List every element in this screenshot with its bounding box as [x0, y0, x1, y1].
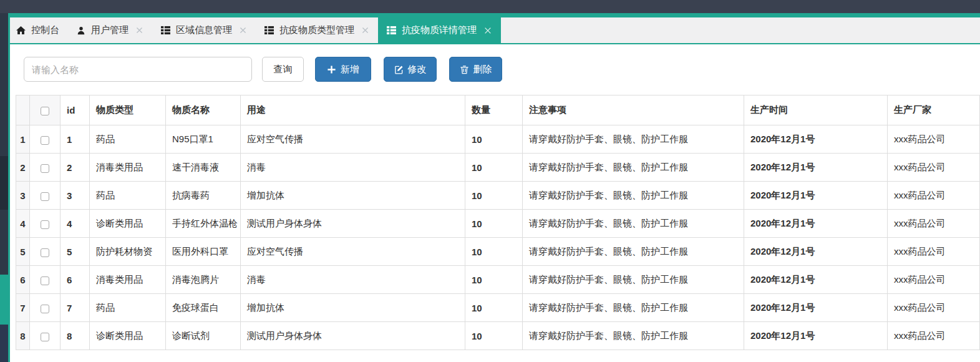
cell-usage: 测试用户身体身体 [241, 322, 465, 350]
cell-name: 速干消毒液 [166, 154, 241, 182]
header-qty: 数量 [465, 95, 523, 125]
header-time: 生产时间 [744, 95, 888, 125]
cell-type: 防护耗材物资 [90, 238, 166, 266]
close-icon[interactable] [239, 26, 247, 34]
close-icon[interactable] [135, 26, 143, 34]
cell-type: 诊断类用品 [90, 210, 166, 238]
cell-note: 请穿戴好防护手套、眼镜、防护工作服 [523, 154, 744, 182]
cell-type: 药品 [90, 294, 166, 322]
header-id: id [61, 95, 90, 125]
cell-id: 6 [61, 266, 90, 294]
cell-id: 1 [61, 125, 90, 154]
user-icon [77, 26, 85, 35]
cell-note: 请穿戴好防护手套、眼镜、防护工作服 [523, 266, 744, 294]
cell-time: 2020年12月1号 [744, 154, 888, 182]
close-icon[interactable] [361, 26, 369, 34]
cell-usage: 测试用户身体身体 [241, 210, 465, 238]
tab-material-type-management[interactable]: 抗疫物质类型管理 [256, 17, 378, 43]
header-rownum [16, 95, 30, 125]
cell-rownum: 2 [16, 154, 30, 182]
cell-id: 5 [61, 238, 90, 266]
row-checkbox[interactable] [41, 305, 49, 313]
close-icon[interactable] [483, 26, 492, 35]
cell-rownum: 8 [16, 322, 30, 350]
table-header-row: id 物质类型 物质名称 用途 数量 注意事项 生产时间 生产厂家 [16, 95, 980, 125]
tab-label: 抗疫物质类型管理 [279, 24, 354, 36]
cell-time: 2020年12月1号 [744, 210, 888, 238]
header-note: 注意事项 [523, 95, 744, 125]
cell-maker: xxx药品公司 [888, 322, 980, 350]
query-button[interactable]: 查询 [262, 57, 304, 82]
cell-name: 手持红外体温枪 [166, 210, 241, 238]
trash-icon [460, 65, 469, 74]
cell-qty: 10 [465, 294, 523, 322]
cell-rownum: 7 [16, 294, 30, 322]
sidebar-segment [0, 156, 8, 210]
row-checkbox-cell [30, 182, 61, 210]
row-checkbox[interactable] [41, 276, 49, 285]
row-checkbox[interactable] [41, 333, 49, 341]
edit-button-label: 修改 [408, 64, 427, 76]
tab-label: 控制台 [31, 24, 59, 36]
cell-usage: 应对空气传播 [241, 125, 465, 154]
tab-console[interactable]: 控制台 [7, 17, 68, 43]
data-table-container: id 物质类型 物质名称 用途 数量 注意事项 生产时间 生产厂家 11药品N9… [16, 95, 980, 362]
cell-usage: 消毒 [241, 266, 465, 294]
header-name: 物质名称 [166, 95, 241, 125]
cell-note: 请穿戴好防护手套、眼镜、防护工作服 [523, 238, 744, 266]
edit-button[interactable]: 修改 [384, 57, 437, 82]
row-checkbox-cell [30, 294, 61, 322]
delete-button[interactable]: 删除 [449, 57, 502, 82]
data-table: id 物质类型 物质名称 用途 数量 注意事项 生产时间 生产厂家 11药品N9… [16, 95, 980, 362]
row-checkbox[interactable] [41, 248, 49, 257]
cell-usage: 应对空气传播 [241, 238, 465, 266]
cell-time: 2020年12月1号 [744, 294, 888, 322]
sidebar-active-segment [0, 275, 8, 325]
row-checkbox-cell [30, 238, 61, 266]
sidebar-sliver [0, 13, 8, 362]
tab-region-info-management[interactable]: 区域信息管理 [152, 17, 256, 43]
row-checkbox-cell [30, 266, 61, 294]
cell-usage: 增加抗体 [241, 182, 465, 210]
row-checkbox[interactable] [41, 136, 49, 145]
tab-material-detail-management[interactable]: 抗疫物质详情管理 [378, 17, 501, 43]
add-button-label: 新增 [341, 64, 359, 76]
sidebar-segment [0, 325, 8, 362]
cell-qty: 10 [465, 182, 523, 210]
cell-time: 2020年12月1号 [744, 182, 888, 210]
cell-maker: xxx药品公司 [888, 154, 980, 182]
row-checkbox-cell [30, 154, 61, 182]
cell-maker: xxx药品公司 [888, 210, 980, 238]
cell-note: 请穿戴好防护手套、眼镜、防护工作服 [523, 210, 744, 238]
row-checkbox[interactable] [41, 220, 49, 229]
cell-maker: xxx药品公司 [888, 125, 980, 154]
cell-type: 诊断类用品 [90, 322, 166, 350]
cell-id: 2 [61, 154, 90, 182]
cell-qty: 10 [465, 125, 523, 154]
cell-note: 请穿戴好防护手套、眼镜、防护工作服 [523, 294, 744, 322]
cell-rownum: 5 [16, 238, 30, 266]
cell-qty: 10 [465, 154, 523, 182]
search-input[interactable] [24, 57, 252, 82]
cell-rownum: 6 [16, 266, 30, 294]
cell-rownum: 4 [16, 210, 30, 238]
cell-id: 7 [61, 294, 90, 322]
tab-user-management[interactable]: 用户管理 [68, 17, 152, 43]
tab-label: 用户管理 [91, 24, 129, 36]
cell-time: 2020年12月1号 [744, 322, 888, 350]
row-checkbox[interactable] [41, 164, 49, 173]
header-type: 物质类型 [90, 95, 166, 125]
cell-type: 消毒类用品 [90, 266, 166, 294]
row-checkbox[interactable] [41, 192, 49, 201]
edit-icon [394, 65, 404, 74]
cell-qty: 10 [465, 266, 523, 294]
cell-maker: xxx药品公司 [888, 266, 980, 294]
add-button[interactable]: 新增 [315, 57, 371, 82]
table-row: 22消毒类用品速干消毒液消毒10请穿戴好防护手套、眼镜、防护工作服2020年12… [16, 154, 980, 182]
header-maker: 生产厂家 [888, 95, 980, 125]
cell-type: 药品 [90, 125, 166, 154]
select-all-checkbox[interactable] [41, 107, 49, 115]
cell-note: 请穿戴好防护手套、眼镜、防护工作服 [523, 125, 744, 154]
cell-maker: xxx药品公司 [888, 294, 980, 322]
cell-time: 2020年12月1号 [744, 238, 888, 266]
